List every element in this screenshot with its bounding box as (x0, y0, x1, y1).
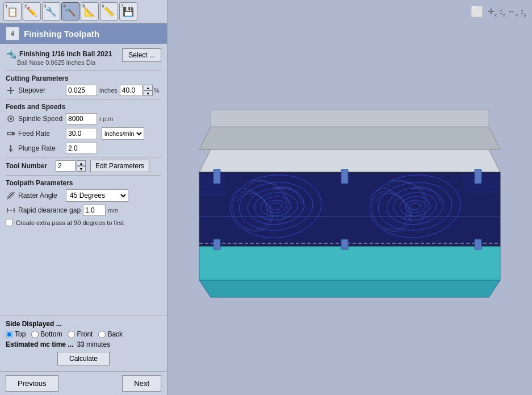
section-header: 4 Finishing Toolpath (0, 23, 167, 44)
svg-marker-7 (9, 149, 13, 152)
radio-back: Back (98, 330, 123, 338)
svg-marker-5 (12, 131, 14, 136)
extra-pass-label: Create extra pass at 90 degrees to first (16, 219, 124, 226)
svg-rect-61 (213, 239, 220, 250)
rapid-gap-input[interactable] (83, 205, 106, 216)
tool-info-text: 🔩 Finishing 1/16 inch Ball 2021 Ball Nos… (6, 48, 112, 66)
toolpath-params-label: Toolpath Parameters (6, 179, 161, 187)
3d-view (188, 93, 512, 303)
raster-angle-row: Raster Angle 45 Degrees 0 Degrees 90 Deg… (6, 189, 161, 202)
plunge-rate-row: Plunge Rate (6, 143, 161, 154)
toolbar-btn-6[interactable]: 6 📏 (100, 2, 118, 20)
svg-marker-15 (199, 127, 500, 149)
view-axes: ⬜ ✛x ↕z ↔x ↕y (471, 6, 526, 18)
radio-front-label: Front (77, 330, 93, 338)
rapid-unit: mm (108, 207, 118, 214)
edit-params-button[interactable]: Edit Parameters (90, 160, 149, 172)
axis-iy-icon[interactable]: ↕y (520, 7, 526, 18)
stepover-pct-up[interactable]: ▲ (144, 85, 153, 90)
svg-marker-17 (199, 149, 500, 172)
spindle-unit: r.p.m (99, 115, 113, 122)
tool-number-row: Tool Number ▲ ▼ Edit Parameters (6, 160, 161, 172)
rapid-gap-icon (6, 205, 16, 215)
svg-rect-20 (199, 172, 500, 246)
side-section: Side Displayed ... Top Bottom Front Back (0, 315, 167, 371)
side-displayed-label: Side Displayed ... (6, 320, 161, 328)
calculate-button[interactable]: Calculate (57, 352, 110, 365)
feed-input[interactable] (66, 128, 97, 139)
3d-viewport-svg (188, 93, 512, 303)
next-button[interactable]: Next (122, 375, 161, 392)
radio-bottom-label: Bottom (40, 330, 62, 338)
stepover-pct-symbol: % (154, 87, 160, 94)
section-icon: 4 (6, 27, 19, 40)
raster-icon (6, 190, 16, 201)
toolbar-btn-1[interactable]: 1 📋 (3, 2, 22, 20)
est-time-row: Estimated mc time ... 33 minutes (6, 340, 161, 348)
feed-rate-row: Feed Rate inches/min mm/min (6, 127, 161, 140)
toolbar-btn-2[interactable]: 2 ✏️ (23, 2, 41, 20)
spindle-speed-row: Spindle Speed r.p.m (6, 113, 161, 124)
axis-x-icon[interactable]: ✛x (488, 7, 497, 18)
toolbar-btn-5[interactable]: 5 📐 (81, 2, 99, 20)
toolbar-btn-4[interactable]: 4 🔨 (61, 2, 79, 20)
rapid-gap-label: Rapid clearance gap (18, 206, 81, 214)
stepover-pct-spinbox: ▲ ▼ % (120, 85, 160, 96)
tool-number-up[interactable]: ▲ (77, 160, 86, 166)
radio-bottom-input[interactable] (31, 331, 39, 338)
radio-top-input[interactable] (6, 331, 13, 338)
plunge-input[interactable] (66, 143, 97, 154)
stepover-pct-input[interactable] (120, 85, 143, 96)
rapid-gap-row: Rapid clearance gap mm (6, 205, 161, 216)
feed-unit-select[interactable]: inches/min mm/min (102, 127, 144, 140)
extra-pass-checkbox[interactable] (6, 219, 13, 226)
stepover-pct-down[interactable]: ▼ (144, 90, 153, 96)
toolbar: 1 📋 2 ✏️ 3 🔧 4 🔨 5 📐 6 📏 (0, 0, 167, 23)
svg-marker-16 (211, 110, 489, 127)
radio-back-label: Back (107, 330, 123, 338)
tool-number-down[interactable]: ▼ (77, 166, 86, 172)
spindle-input[interactable] (66, 113, 97, 124)
section-title: Finishing Toolpath (24, 29, 99, 39)
plunge-label: Plunge Rate (18, 144, 64, 152)
stepover-input[interactable] (66, 85, 97, 96)
stepover-unit: inches (99, 87, 118, 94)
radio-front-input[interactable] (68, 331, 75, 338)
tool-desc: Ball Nose 0.0625 inches Dia (17, 59, 112, 66)
previous-button[interactable]: Previous (6, 375, 58, 392)
toolbar-btn-7[interactable]: 7 💾 (119, 2, 137, 20)
svg-point-3 (10, 118, 12, 120)
feed-icon (6, 128, 16, 139)
svg-rect-65 (341, 239, 348, 250)
plunge-icon (6, 143, 16, 153)
radio-front: Front (68, 330, 93, 338)
radio-back-input[interactable] (98, 331, 106, 338)
svg-marker-19 (199, 280, 500, 297)
svg-rect-63 (475, 239, 481, 250)
spindle-label: Spindle Speed (18, 115, 64, 123)
radio-bottom: Bottom (31, 330, 62, 338)
svg-marker-18 (199, 246, 500, 280)
side-radio-row: Top Bottom Front Back (6, 330, 161, 338)
bottom-nav: Previous Next (0, 371, 167, 395)
feed-label: Feed Rate (18, 130, 64, 138)
radio-top-label: Top (15, 330, 26, 338)
stepover-icon (6, 85, 16, 95)
axis-ix-icon[interactable]: ↔x (508, 7, 518, 18)
raster-angle-select[interactable]: 45 Degrees 0 Degrees 90 Degrees (66, 189, 128, 202)
est-value: 33 minutes (77, 340, 110, 348)
view-cube-icon[interactable]: ⬜ (471, 6, 483, 18)
axis-z-icon[interactable]: ↕z (499, 7, 505, 18)
svg-rect-64 (341, 169, 348, 184)
extra-pass-row: Create extra pass at 90 degrees to first (6, 219, 161, 226)
stepover-row: Stepover inches ▲ ▼ % (6, 85, 161, 96)
stepover-label: Stepover (18, 86, 64, 94)
feeds-label: Feeds and Speeds (6, 103, 161, 111)
tool-number-input[interactable] (56, 160, 76, 172)
select-tool-button[interactable]: Select ... (122, 48, 161, 62)
left-panel: 1 📋 2 ✏️ 3 🔧 4 🔨 5 📐 6 📏 (0, 0, 167, 395)
svg-rect-62 (475, 169, 481, 184)
toolbar-btn-3[interactable]: 3 🔧 (42, 2, 60, 20)
tool-number-label: Tool Number (6, 162, 51, 170)
tool-name: Finishing 1/16 inch Ball 2021 (19, 50, 112, 58)
